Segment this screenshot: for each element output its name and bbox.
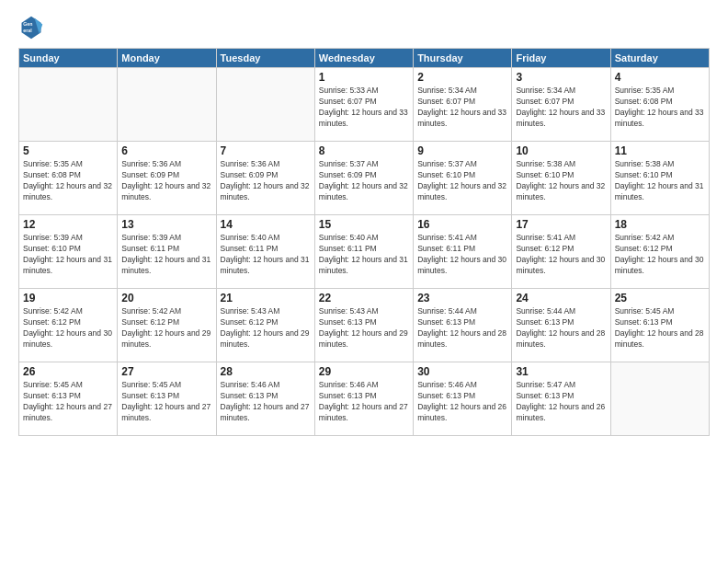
sunrise-text: Sunrise: 5:34 AM [516, 86, 606, 97]
day-info: Sunrise: 5:41 AMSunset: 6:11 PMDaylight:… [417, 233, 507, 277]
calendar-cell: 11Sunrise: 5:38 AMSunset: 6:10 PMDayligh… [610, 142, 709, 215]
day-info: Sunrise: 5:44 AMSunset: 6:13 PMDaylight:… [516, 306, 606, 350]
weekday-header-friday: Friday [512, 49, 610, 68]
sunset-text: Sunset: 6:13 PM [221, 391, 311, 402]
daylight-text: Daylight: 12 hours and 33 minutes. [516, 108, 606, 130]
day-number: 26 [23, 365, 113, 378]
day-info: Sunrise: 5:39 AMSunset: 6:10 PMDaylight:… [23, 233, 113, 277]
day-info: Sunrise: 5:43 AMSunset: 6:13 PMDaylight:… [319, 306, 409, 350]
sunrise-text: Sunrise: 5:40 AM [221, 233, 311, 244]
calendar-week-1: 1Sunrise: 5:33 AMSunset: 6:07 PMDaylight… [19, 68, 710, 142]
sunrise-text: Sunrise: 5:41 AM [417, 233, 507, 244]
daylight-text: Daylight: 12 hours and 29 minutes. [221, 328, 311, 350]
day-info: Sunrise: 5:46 AMSunset: 6:13 PMDaylight:… [319, 380, 409, 424]
calendar-cell: 8Sunrise: 5:37 AMSunset: 6:09 PMDaylight… [314, 142, 413, 215]
daylight-text: Daylight: 12 hours and 28 minutes. [417, 328, 507, 350]
svg-text:eral: eral [23, 28, 32, 33]
calendar-cell: 26Sunrise: 5:45 AMSunset: 6:13 PMDayligh… [19, 362, 118, 436]
day-number: 16 [417, 218, 507, 231]
daylight-text: Daylight: 12 hours and 32 minutes. [516, 181, 606, 203]
daylight-text: Daylight: 12 hours and 30 minutes. [23, 328, 113, 350]
calendar-table: SundayMondayTuesdayWednesdayThursdayFrid… [18, 48, 710, 436]
day-number: 27 [121, 365, 211, 378]
calendar-cell: 23Sunrise: 5:44 AMSunset: 6:13 PMDayligh… [414, 289, 512, 362]
daylight-text: Daylight: 12 hours and 31 minutes. [221, 255, 311, 277]
sunset-text: Sunset: 6:12 PM [221, 317, 311, 328]
calendar-cell: 27Sunrise: 5:45 AMSunset: 6:13 PMDayligh… [118, 362, 216, 436]
daylight-text: Daylight: 12 hours and 31 minutes. [23, 255, 113, 277]
day-info: Sunrise: 5:40 AMSunset: 6:11 PMDaylight:… [221, 233, 311, 277]
day-number: 29 [319, 365, 409, 378]
day-number: 23 [417, 292, 507, 304]
calendar-cell: 4Sunrise: 5:35 AMSunset: 6:08 PMDaylight… [610, 68, 709, 142]
day-info: Sunrise: 5:45 AMSunset: 6:13 PMDaylight:… [23, 380, 113, 424]
sunset-text: Sunset: 6:13 PM [417, 317, 507, 328]
day-number: 13 [121, 218, 211, 231]
daylight-text: Daylight: 12 hours and 30 minutes. [615, 255, 705, 277]
sunrise-text: Sunrise: 5:47 AM [516, 380, 606, 391]
sunset-text: Sunset: 6:12 PM [516, 244, 606, 255]
sunrise-text: Sunrise: 5:45 AM [23, 380, 113, 391]
day-info: Sunrise: 5:45 AMSunset: 6:13 PMDaylight:… [615, 306, 705, 350]
day-number: 21 [221, 292, 311, 304]
daylight-text: Daylight: 12 hours and 31 minutes. [615, 181, 705, 203]
calendar-cell: 24Sunrise: 5:44 AMSunset: 6:13 PMDayligh… [512, 289, 610, 362]
day-info: Sunrise: 5:40 AMSunset: 6:11 PMDaylight:… [319, 233, 409, 277]
sunset-text: Sunset: 6:09 PM [121, 170, 211, 181]
sunrise-text: Sunrise: 5:46 AM [417, 380, 507, 391]
day-info: Sunrise: 5:37 AMSunset: 6:09 PMDaylight:… [319, 159, 409, 203]
day-number: 18 [615, 218, 705, 231]
logo-icon: Gen eral [18, 15, 44, 40]
day-number: 6 [121, 144, 211, 157]
calendar-cell: 3Sunrise: 5:34 AMSunset: 6:07 PMDaylight… [512, 68, 610, 142]
sunset-text: Sunset: 6:12 PM [615, 244, 705, 255]
day-info: Sunrise: 5:33 AMSunset: 6:07 PMDaylight:… [319, 86, 409, 130]
sunset-text: Sunset: 6:07 PM [417, 97, 507, 108]
daylight-text: Daylight: 12 hours and 32 minutes. [417, 181, 507, 203]
sunset-text: Sunset: 6:07 PM [319, 97, 409, 108]
calendar-week-3: 12Sunrise: 5:39 AMSunset: 6:10 PMDayligh… [19, 215, 710, 289]
sunrise-text: Sunrise: 5:39 AM [121, 233, 211, 244]
day-info: Sunrise: 5:34 AMSunset: 6:07 PMDaylight:… [417, 86, 507, 130]
sunrise-text: Sunrise: 5:35 AM [615, 86, 705, 97]
daylight-text: Daylight: 12 hours and 33 minutes. [319, 108, 409, 130]
sunrise-text: Sunrise: 5:42 AM [23, 306, 113, 317]
daylight-text: Daylight: 12 hours and 32 minutes. [23, 181, 113, 203]
calendar-cell: 17Sunrise: 5:41 AMSunset: 6:12 PMDayligh… [512, 215, 610, 289]
day-number: 31 [516, 365, 606, 378]
sunset-text: Sunset: 6:09 PM [221, 170, 311, 181]
daylight-text: Daylight: 12 hours and 27 minutes. [221, 402, 311, 424]
daylight-text: Daylight: 12 hours and 26 minutes. [417, 402, 507, 424]
day-number: 17 [516, 218, 606, 231]
sunset-text: Sunset: 6:13 PM [319, 317, 409, 328]
daylight-text: Daylight: 12 hours and 33 minutes. [417, 108, 507, 130]
daylight-text: Daylight: 12 hours and 33 minutes. [615, 108, 705, 130]
sunrise-text: Sunrise: 5:45 AM [121, 380, 211, 391]
day-info: Sunrise: 5:46 AMSunset: 6:13 PMDaylight:… [417, 380, 507, 424]
sunset-text: Sunset: 6:11 PM [221, 244, 311, 255]
calendar-week-4: 19Sunrise: 5:42 AMSunset: 6:12 PMDayligh… [19, 289, 710, 362]
sunrise-text: Sunrise: 5:44 AM [417, 306, 507, 317]
day-info: Sunrise: 5:42 AMSunset: 6:12 PMDaylight:… [121, 306, 211, 350]
sunset-text: Sunset: 6:08 PM [615, 97, 705, 108]
calendar-cell: 13Sunrise: 5:39 AMSunset: 6:11 PMDayligh… [118, 215, 216, 289]
sunset-text: Sunset: 6:11 PM [319, 244, 409, 255]
calendar-cell: 10Sunrise: 5:38 AMSunset: 6:10 PMDayligh… [512, 142, 610, 215]
day-number: 1 [319, 71, 409, 84]
daylight-text: Daylight: 12 hours and 32 minutes. [221, 181, 311, 203]
daylight-text: Daylight: 12 hours and 27 minutes. [121, 402, 211, 424]
day-info: Sunrise: 5:42 AMSunset: 6:12 PMDaylight:… [615, 233, 705, 277]
sunset-text: Sunset: 6:13 PM [319, 391, 409, 402]
sunrise-text: Sunrise: 5:36 AM [121, 159, 211, 170]
sunrise-text: Sunrise: 5:42 AM [121, 306, 211, 317]
day-number: 22 [319, 292, 409, 304]
day-info: Sunrise: 5:37 AMSunset: 6:10 PMDaylight:… [417, 159, 507, 203]
daylight-text: Daylight: 12 hours and 28 minutes. [516, 328, 606, 350]
sunrise-text: Sunrise: 5:37 AM [417, 159, 507, 170]
day-number: 24 [516, 292, 606, 304]
day-number: 11 [615, 144, 705, 157]
sunset-text: Sunset: 6:09 PM [319, 170, 409, 181]
calendar-cell [19, 68, 118, 142]
calendar-cell: 29Sunrise: 5:46 AMSunset: 6:13 PMDayligh… [314, 362, 413, 436]
day-info: Sunrise: 5:38 AMSunset: 6:10 PMDaylight:… [615, 159, 705, 203]
